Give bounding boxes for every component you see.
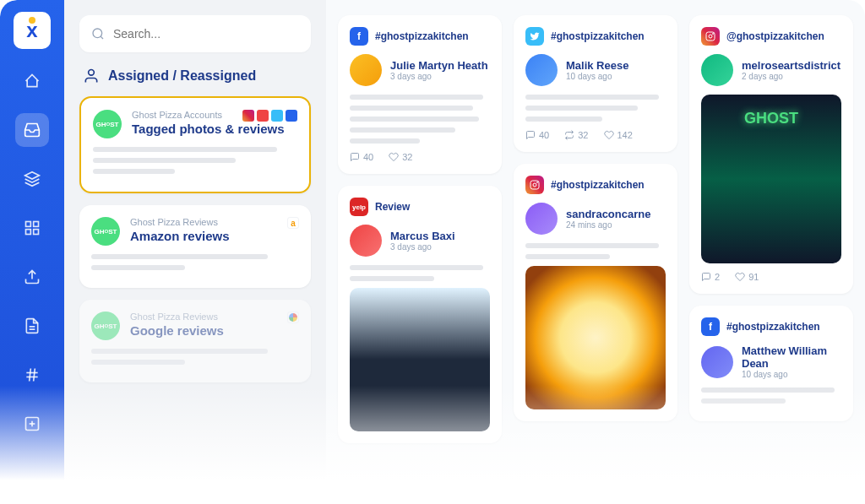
- author-name: Matthew William Dean: [742, 344, 841, 370]
- user-icon: [83, 68, 100, 84]
- post-card[interactable]: #ghostpizzakitchen sandraconcarne 24 min…: [514, 164, 677, 421]
- instagram-icon: [525, 176, 544, 194]
- account-avatar: GHOST: [91, 217, 120, 246]
- source-chips: a: [287, 217, 299, 229]
- svg-rect-0: [26, 222, 31, 227]
- feed-column: #ghostpizzakitchen Malik Reese 10 days a…: [514, 15, 677, 489]
- post-stats: 40 32: [350, 152, 490, 162]
- post-time: 2 days ago: [742, 72, 841, 81]
- assignment-subtitle: Ghost Pizza Reviews: [130, 312, 299, 322]
- app-logo[interactable]: x: [14, 12, 51, 49]
- search-bar[interactable]: [79, 15, 311, 52]
- nav-document[interactable]: [15, 309, 49, 343]
- post-stats: 2 91: [701, 272, 841, 282]
- comment-icon: [350, 152, 360, 162]
- assignment-card[interactable]: GHOST Ghost Pizza Reviews Google reviews: [79, 300, 311, 382]
- post-time: 3 days ago: [390, 242, 455, 252]
- youtube-icon: [257, 110, 269, 122]
- svg-point-19: [713, 34, 714, 35]
- svg-rect-2: [26, 230, 31, 235]
- primary-nav: x: [0, 0, 64, 504]
- instagram-icon: [701, 27, 720, 46]
- post-time: 3 days ago: [390, 72, 488, 81]
- post-image: [525, 266, 666, 409]
- twitter-icon: [271, 110, 283, 122]
- post-card[interactable]: f #ghostpizzakitchen Matthew William Dea…: [689, 306, 853, 421]
- comments-count[interactable]: 40: [350, 152, 373, 162]
- assignment-card[interactable]: GHOST Ghost Pizza Reviews Amazon reviews…: [79, 205, 311, 288]
- author-avatar: [525, 203, 558, 235]
- facebook-icon: [286, 110, 297, 122]
- svg-point-18: [709, 35, 712, 38]
- feed-column: f #ghostpizzakitchen Julie Martyn Heath …: [338, 15, 502, 489]
- section-header: Assigned / Reassigned: [83, 68, 307, 84]
- author-name: melroseartsdistrict: [742, 59, 841, 72]
- search-input[interactable]: [113, 27, 299, 41]
- content-placeholder: [93, 147, 297, 174]
- post-hashtag: #ghostpizzakitchen: [375, 30, 469, 42]
- comment-icon: [525, 130, 536, 140]
- nav-home[interactable]: [15, 64, 49, 98]
- likes-count[interactable]: 32: [389, 152, 412, 162]
- source-chips: [242, 110, 297, 122]
- svg-line-6: [30, 369, 31, 382]
- app-shell: x Assigned / Reassigned GHOST Ghost Pizz…: [0, 0, 865, 504]
- post-card[interactable]: @ghostpizzakitchen melroseartsdistrict 2…: [689, 15, 853, 294]
- likes-count[interactable]: 91: [735, 272, 759, 282]
- post-image: [350, 288, 490, 431]
- post-card[interactable]: f #ghostpizzakitchen Julie Martyn Heath …: [338, 15, 502, 174]
- svg-line-12: [101, 36, 103, 39]
- facebook-icon: f: [350, 27, 368, 46]
- twitter-icon: [525, 27, 544, 46]
- source-chips: [287, 312, 299, 323]
- content-placeholder: [525, 95, 666, 122]
- comments-count[interactable]: 40: [525, 130, 549, 140]
- assignment-card[interactable]: GHOST Ghost Pizza Accounts Tagged photos…: [79, 96, 311, 193]
- svg-line-7: [34, 369, 35, 382]
- section-title: Assigned / Reassigned: [108, 68, 256, 84]
- heart-icon: [604, 130, 614, 140]
- facebook-icon: f: [701, 317, 720, 336]
- post-stats: 40 32 142: [525, 130, 666, 140]
- comments-count[interactable]: 2: [701, 272, 720, 282]
- nav-inbox[interactable]: [15, 113, 49, 147]
- post-hashtag: #ghostpizzakitchen: [551, 30, 645, 42]
- nav-layers[interactable]: [15, 162, 49, 196]
- author-name: sandraconcarne: [566, 208, 650, 220]
- retweet-count[interactable]: 32: [564, 130, 588, 140]
- google-icon: [287, 312, 299, 323]
- likes-count[interactable]: 142: [604, 130, 633, 140]
- post-card[interactable]: #ghostpizzakitchen Malik Reese 10 days a…: [514, 15, 677, 152]
- repeat-icon: [564, 130, 574, 140]
- feed-column: @ghostpizzakitchen melroseartsdistrict 2…: [689, 15, 853, 489]
- post-hashtag: #ghostpizzakitchen: [551, 179, 645, 191]
- nav-hashtag[interactable]: [15, 358, 49, 392]
- post-hashtag: Review: [375, 201, 410, 213]
- author-name: Marcus Baxi: [390, 230, 455, 242]
- account-avatar: GHOST: [91, 312, 120, 340]
- author-name: Malik Reese: [566, 59, 628, 72]
- post-card[interactable]: yelp Review Marcus Baxi 3 days ago: [338, 186, 502, 443]
- content-placeholder: [525, 243, 666, 259]
- post-time: 10 days ago: [566, 72, 628, 81]
- nav-add[interactable]: [15, 407, 49, 441]
- author-avatar: [701, 346, 733, 378]
- post-time: 24 mins ago: [566, 220, 650, 230]
- author-avatar: [525, 54, 558, 86]
- svg-rect-1: [34, 222, 39, 227]
- post-image: [701, 95, 841, 263]
- svg-point-13: [89, 70, 95, 76]
- content-placeholder: [350, 95, 490, 144]
- svg-point-11: [93, 29, 102, 38]
- amazon-icon: a: [287, 217, 299, 229]
- author-avatar: [350, 225, 382, 257]
- assignment-title: Amazon reviews: [130, 229, 299, 243]
- assignments-column: Assigned / Reassigned GHOST Ghost Pizza …: [64, 0, 326, 504]
- instagram-icon: [242, 110, 254, 122]
- nav-apps[interactable]: [15, 211, 49, 245]
- nav-upload[interactable]: [15, 260, 49, 294]
- heart-icon: [389, 152, 399, 162]
- author-avatar: [701, 54, 733, 86]
- assignment-title: Tagged photos & reviews: [132, 122, 297, 136]
- content-placeholder: [350, 265, 490, 281]
